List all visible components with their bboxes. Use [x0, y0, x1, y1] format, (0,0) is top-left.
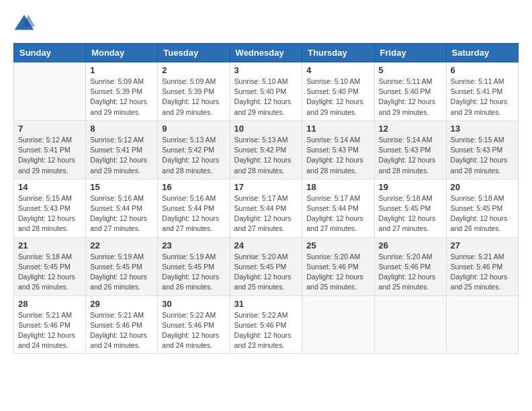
calendar-cell: 19Sunrise: 5:18 AM Sunset: 5:45 PM Dayli…	[374, 179, 446, 237]
day-info: Sunrise: 5:21 AM Sunset: 5:46 PM Dayligh…	[18, 310, 81, 351]
day-info: Sunrise: 5:21 AM Sunset: 5:46 PM Dayligh…	[451, 252, 514, 293]
day-info: Sunrise: 5:18 AM Sunset: 5:45 PM Dayligh…	[18, 252, 81, 293]
logo-icon	[13, 13, 35, 32]
day-info: Sunrise: 5:18 AM Sunset: 5:45 PM Dayligh…	[379, 193, 442, 234]
day-number: 22	[90, 240, 153, 250]
calendar-cell	[446, 295, 518, 354]
day-info: Sunrise: 5:16 AM Sunset: 5:44 PM Dayligh…	[162, 193, 225, 234]
day-number: 2	[162, 65, 225, 75]
calendar-cell: 27Sunrise: 5:21 AM Sunset: 5:46 PM Dayli…	[446, 237, 518, 295]
calendar-header-saturday: Saturday	[446, 44, 518, 62]
day-info: Sunrise: 5:11 AM Sunset: 5:41 PM Dayligh…	[451, 77, 514, 118]
day-number: 11	[306, 124, 369, 134]
calendar-cell: 31Sunrise: 5:22 AM Sunset: 5:46 PM Dayli…	[230, 295, 302, 354]
day-number: 25	[306, 240, 369, 250]
calendar-cell: 26Sunrise: 5:20 AM Sunset: 5:46 PM Dayli…	[374, 237, 446, 295]
calendar-cell: 12Sunrise: 5:14 AM Sunset: 5:43 PM Dayli…	[374, 120, 446, 179]
day-info: Sunrise: 5:20 AM Sunset: 5:46 PM Dayligh…	[379, 252, 442, 293]
calendar-table: SundayMondayTuesdayWednesdayThursdayFrid…	[13, 43, 519, 354]
day-number: 9	[162, 124, 225, 134]
calendar-cell: 23Sunrise: 5:19 AM Sunset: 5:45 PM Dayli…	[158, 237, 230, 295]
calendar-week-row: 21Sunrise: 5:18 AM Sunset: 5:45 PM Dayli…	[14, 237, 519, 295]
day-info: Sunrise: 5:21 AM Sunset: 5:46 PM Dayligh…	[90, 310, 153, 351]
calendar-cell: 25Sunrise: 5:20 AM Sunset: 5:46 PM Dayli…	[302, 237, 374, 295]
calendar-cell: 30Sunrise: 5:22 AM Sunset: 5:46 PM Dayli…	[158, 295, 230, 354]
calendar-cell: 28Sunrise: 5:21 AM Sunset: 5:46 PM Dayli…	[14, 295, 86, 354]
day-number: 20	[451, 182, 514, 192]
calendar-cell: 13Sunrise: 5:15 AM Sunset: 5:43 PM Dayli…	[446, 120, 518, 179]
day-info: Sunrise: 5:17 AM Sunset: 5:44 PM Dayligh…	[306, 193, 369, 234]
calendar-header-friday: Friday	[374, 44, 446, 62]
calendar-cell: 29Sunrise: 5:21 AM Sunset: 5:46 PM Dayli…	[86, 295, 158, 354]
calendar-cell: 11Sunrise: 5:14 AM Sunset: 5:43 PM Dayli…	[302, 120, 374, 179]
day-number: 18	[306, 182, 369, 192]
day-number: 3	[234, 65, 298, 75]
day-info: Sunrise: 5:15 AM Sunset: 5:43 PM Dayligh…	[451, 135, 514, 176]
calendar-cell: 10Sunrise: 5:13 AM Sunset: 5:42 PM Dayli…	[230, 120, 302, 179]
day-info: Sunrise: 5:11 AM Sunset: 5:40 PM Dayligh…	[379, 77, 442, 118]
day-number: 8	[90, 124, 153, 134]
calendar-cell	[14, 62, 86, 121]
day-number: 28	[18, 299, 81, 309]
day-info: Sunrise: 5:09 AM Sunset: 5:39 PM Dayligh…	[162, 77, 225, 118]
calendar-week-row: 14Sunrise: 5:15 AM Sunset: 5:43 PM Dayli…	[14, 179, 519, 237]
calendar-cell: 6Sunrise: 5:11 AM Sunset: 5:41 PM Daylig…	[446, 62, 518, 121]
calendar-cell: 24Sunrise: 5:20 AM Sunset: 5:45 PM Dayli…	[230, 237, 302, 295]
calendar-cell: 17Sunrise: 5:17 AM Sunset: 5:44 PM Dayli…	[230, 179, 302, 237]
day-number: 24	[234, 240, 298, 250]
calendar-cell: 14Sunrise: 5:15 AM Sunset: 5:43 PM Dayli…	[14, 179, 86, 237]
day-info: Sunrise: 5:19 AM Sunset: 5:45 PM Dayligh…	[90, 252, 153, 293]
day-info: Sunrise: 5:09 AM Sunset: 5:39 PM Dayligh…	[90, 77, 153, 118]
day-number: 30	[162, 299, 225, 309]
calendar-cell: 8Sunrise: 5:12 AM Sunset: 5:41 PM Daylig…	[86, 120, 158, 179]
day-info: Sunrise: 5:19 AM Sunset: 5:45 PM Dayligh…	[162, 252, 225, 293]
day-info: Sunrise: 5:16 AM Sunset: 5:44 PM Dayligh…	[90, 193, 153, 234]
day-number: 29	[90, 299, 153, 309]
day-info: Sunrise: 5:17 AM Sunset: 5:44 PM Dayligh…	[234, 193, 298, 234]
calendar-week-row: 1Sunrise: 5:09 AM Sunset: 5:39 PM Daylig…	[14, 62, 519, 121]
day-number: 21	[18, 240, 81, 250]
day-number: 26	[379, 240, 442, 250]
calendar-header-monday: Monday	[86, 44, 158, 62]
calendar-header-sunday: Sunday	[14, 44, 86, 62]
day-info: Sunrise: 5:22 AM Sunset: 5:46 PM Dayligh…	[234, 310, 298, 351]
calendar-cell: 9Sunrise: 5:13 AM Sunset: 5:42 PM Daylig…	[158, 120, 230, 179]
calendar-header-tuesday: Tuesday	[158, 44, 230, 62]
day-info: Sunrise: 5:10 AM Sunset: 5:40 PM Dayligh…	[234, 77, 298, 118]
day-info: Sunrise: 5:20 AM Sunset: 5:46 PM Dayligh…	[306, 252, 369, 293]
calendar-cell: 20Sunrise: 5:18 AM Sunset: 5:45 PM Dayli…	[446, 179, 518, 237]
header	[13, 13, 519, 32]
day-number: 5	[379, 65, 442, 75]
day-info: Sunrise: 5:13 AM Sunset: 5:42 PM Dayligh…	[162, 135, 225, 176]
calendar-cell: 2Sunrise: 5:09 AM Sunset: 5:39 PM Daylig…	[158, 62, 230, 121]
day-info: Sunrise: 5:15 AM Sunset: 5:43 PM Dayligh…	[18, 193, 81, 234]
day-number: 13	[451, 124, 514, 134]
day-number: 16	[162, 182, 225, 192]
day-info: Sunrise: 5:14 AM Sunset: 5:43 PM Dayligh…	[306, 135, 369, 176]
day-number: 23	[162, 240, 225, 250]
calendar-cell	[374, 295, 446, 354]
day-number: 19	[379, 182, 442, 192]
calendar-cell: 3Sunrise: 5:10 AM Sunset: 5:40 PM Daylig…	[230, 62, 302, 121]
day-number: 1	[90, 65, 153, 75]
calendar-cell: 15Sunrise: 5:16 AM Sunset: 5:44 PM Dayli…	[86, 179, 158, 237]
calendar-cell: 21Sunrise: 5:18 AM Sunset: 5:45 PM Dayli…	[14, 237, 86, 295]
day-info: Sunrise: 5:20 AM Sunset: 5:45 PM Dayligh…	[234, 252, 298, 293]
calendar-cell: 4Sunrise: 5:10 AM Sunset: 5:40 PM Daylig…	[302, 62, 374, 121]
calendar-cell: 18Sunrise: 5:17 AM Sunset: 5:44 PM Dayli…	[302, 179, 374, 237]
calendar-cell: 7Sunrise: 5:12 AM Sunset: 5:41 PM Daylig…	[14, 120, 86, 179]
day-number: 17	[234, 182, 298, 192]
day-number: 12	[379, 124, 442, 134]
day-number: 4	[306, 65, 369, 75]
day-number: 15	[90, 182, 153, 192]
day-info: Sunrise: 5:22 AM Sunset: 5:46 PM Dayligh…	[162, 310, 225, 351]
day-info: Sunrise: 5:10 AM Sunset: 5:40 PM Dayligh…	[306, 77, 369, 118]
day-info: Sunrise: 5:12 AM Sunset: 5:41 PM Dayligh…	[90, 135, 153, 176]
calendar-week-row: 28Sunrise: 5:21 AM Sunset: 5:46 PM Dayli…	[14, 295, 519, 354]
day-number: 7	[18, 124, 81, 134]
day-info: Sunrise: 5:13 AM Sunset: 5:42 PM Dayligh…	[234, 135, 298, 176]
calendar-cell: 1Sunrise: 5:09 AM Sunset: 5:39 PM Daylig…	[86, 62, 158, 121]
day-info: Sunrise: 5:12 AM Sunset: 5:41 PM Dayligh…	[18, 135, 81, 176]
calendar-week-row: 7Sunrise: 5:12 AM Sunset: 5:41 PM Daylig…	[14, 120, 519, 179]
calendar-cell: 5Sunrise: 5:11 AM Sunset: 5:40 PM Daylig…	[374, 62, 446, 121]
